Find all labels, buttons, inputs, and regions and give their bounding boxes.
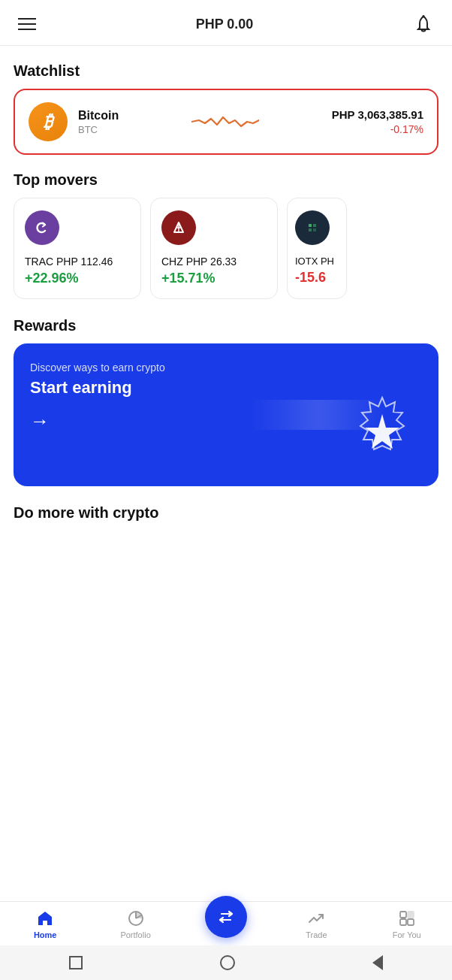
- svg-marker-11: [365, 414, 399, 449]
- svg-rect-16: [408, 912, 414, 918]
- rewards-title: Rewards: [14, 317, 438, 334]
- portfolio-label: Portfolio: [120, 930, 150, 939]
- nav-item-home[interactable]: Home: [23, 909, 68, 939]
- mover-card-chz[interactable]: CHZ PHP 26.33 +15.71%: [150, 198, 278, 299]
- android-home-button[interactable]: [220, 955, 235, 970]
- menu-line-3: [18, 29, 36, 30]
- menu-button[interactable]: [18, 18, 36, 30]
- iotx-icon: [295, 210, 330, 245]
- chz-price: PHP 26.33: [186, 256, 237, 268]
- rewards-subtitle: Discover ways to earn crypto: [30, 361, 422, 374]
- watchlist-card-bitcoin[interactable]: ₿ Bitcoin BTC PHP 3,063,385.91 -0.17%: [14, 89, 438, 155]
- bitcoin-symbol: ₿: [44, 111, 53, 132]
- rewards-card[interactable]: Discover ways to earn crypto Start earni…: [14, 343, 438, 486]
- home-icon: [36, 909, 54, 927]
- bitcoin-info: Bitcoin BTC: [78, 109, 119, 135]
- rewards-section: Rewards Discover ways to earn crypto Sta…: [14, 317, 438, 486]
- bitcoin-chart: [129, 107, 321, 137]
- bitcoin-icon: ₿: [29, 102, 68, 141]
- chz-change: +15.71%: [161, 271, 267, 286]
- watchlist-section: Watchlist ₿ Bitcoin BTC PHP 3,063,385.91…: [14, 62, 438, 155]
- trade-label: Trade: [306, 930, 327, 939]
- portfolio-icon: [127, 909, 145, 927]
- for-you-label: For You: [393, 930, 421, 939]
- android-recent-button[interactable]: [69, 956, 83, 969]
- nav-item-trade[interactable]: Trade: [294, 909, 339, 939]
- svg-point-1: [33, 219, 51, 237]
- trac-change: +22.96%: [25, 271, 130, 286]
- nav-item-portfolio[interactable]: Portfolio: [113, 909, 158, 939]
- svg-rect-15: [400, 912, 406, 918]
- bitcoin-name: Bitcoin: [78, 109, 119, 122]
- nav-item-swap[interactable]: [203, 911, 249, 938]
- rewards-badge: [341, 392, 423, 474]
- chz-icon: [161, 210, 196, 245]
- svg-rect-9: [309, 228, 312, 231]
- home-label: Home: [34, 930, 57, 939]
- for-you-icon: [398, 909, 416, 927]
- header-balance: PHP 0.00: [196, 17, 254, 32]
- iotx-change: -15.6: [295, 270, 339, 286]
- bitcoin-price: PHP 3,063,385.91: [332, 108, 423, 121]
- trac-ticker: TRAC: [25, 256, 56, 268]
- header: PHP 0.00: [0, 0, 452, 46]
- android-nav-bar: [0, 945, 452, 980]
- trac-price: PHP 112.46: [56, 256, 113, 268]
- trade-icon: [307, 909, 325, 927]
- mover-card-iotx[interactable]: IOTX PH -15.6: [287, 198, 347, 299]
- svg-rect-10: [313, 228, 316, 231]
- chz-name-price: CHZ PHP 26.33: [161, 256, 267, 268]
- svg-point-6: [303, 219, 321, 237]
- iotx-name-price: IOTX PH: [295, 256, 339, 267]
- watchlist-title: Watchlist: [14, 62, 438, 80]
- do-more-section: Do more with crypto: [14, 504, 438, 522]
- bottom-navigation: Home Portfolio Tra: [0, 901, 452, 945]
- main-content: Watchlist ₿ Bitcoin BTC PHP 3,063,385.91…: [0, 62, 452, 606]
- do-more-title: Do more with crypto: [14, 504, 438, 522]
- top-movers-section: Top movers TRAC PHP 112.46 +22.96%: [14, 171, 438, 299]
- trac-icon: [25, 210, 59, 245]
- svg-rect-18: [408, 919, 414, 925]
- chz-ticker: CHZ: [161, 256, 186, 268]
- bitcoin-ticker: BTC: [78, 124, 119, 135]
- svg-rect-8: [313, 224, 316, 227]
- svg-rect-17: [400, 919, 406, 925]
- mover-card-trac[interactable]: TRAC PHP 112.46 +22.96%: [14, 198, 141, 299]
- bitcoin-price-info: PHP 3,063,385.91 -0.17%: [332, 108, 423, 135]
- nav-item-for-you[interactable]: For You: [384, 909, 429, 939]
- notifications-button[interactable]: [413, 14, 434, 35]
- menu-line-1: [18, 18, 36, 20]
- top-movers-title: Top movers: [14, 171, 438, 189]
- menu-line-2: [18, 23, 36, 25]
- android-back-button[interactable]: [372, 955, 383, 970]
- bitcoin-change: -0.17%: [332, 123, 423, 135]
- svg-rect-7: [309, 224, 312, 227]
- trac-name-price: TRAC PHP 112.46: [25, 256, 130, 268]
- iotx-ticker: IOTX PH: [295, 256, 334, 267]
- swap-button[interactable]: [205, 896, 247, 938]
- svg-point-0: [422, 15, 424, 17]
- movers-row: TRAC PHP 112.46 +22.96% CHZ PHP 26.33: [14, 198, 438, 299]
